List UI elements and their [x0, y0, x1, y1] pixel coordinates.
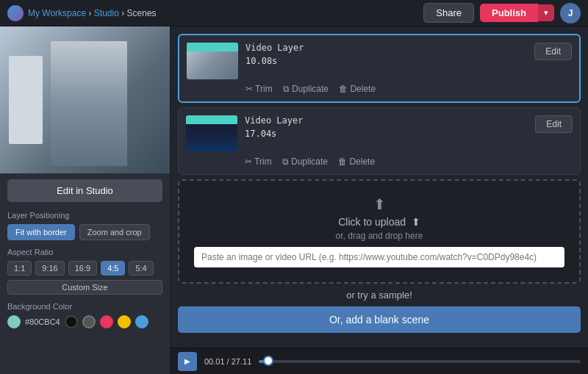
ar-4-5[interactable]: 4:5	[101, 261, 125, 276]
layer-positioning-buttons: Fit with border Zoom and crop	[0, 223, 170, 245]
workspace-logo	[7, 5, 24, 21]
breadcrumb-sep1: ›	[88, 8, 93, 18]
background-color-label: Background Color	[0, 299, 170, 314]
upload-text: Click to upload ⬆	[194, 216, 564, 228]
video-duration-1: 10.08s	[245, 56, 527, 66]
bg-color-row: #80CBC4	[0, 314, 170, 330]
card-info-1: Video Layer 10.08s	[245, 43, 527, 66]
color-red[interactable]	[100, 315, 113, 328]
right-panel: Video Layer 10.08s Edit ✂ Trim ⧉ Duplica…	[171, 26, 588, 374]
duplicate-action-2[interactable]: ⧉ Duplicate	[282, 157, 328, 167]
topbar-right: Share Publish ▾ J	[423, 3, 581, 24]
card-top-1: Video Layer 10.08s Edit	[187, 43, 572, 79]
delete-action-1[interactable]: 🗑 Delete	[339, 84, 376, 94]
ar-16-9[interactable]: 16:9	[68, 261, 97, 276]
breadcrumb: My Workspace › Studio › Scenes	[28, 8, 157, 18]
video-title-1: Video Layer	[245, 43, 527, 53]
url-input[interactable]	[194, 247, 564, 267]
trim-action-2[interactable]: ✂ Trim	[245, 157, 272, 167]
timeline-track[interactable]	[259, 360, 581, 363]
aspect-ratio-label: Aspect Ratio	[0, 245, 170, 259]
card-top-2: Video Layer 17.04s Edit	[186, 115, 573, 152]
breadcrumb-studio[interactable]: Studio	[94, 8, 119, 18]
ar-5-4[interactable]: 5:4	[129, 261, 153, 276]
card-actions-2: ✂ Trim ⧉ Duplicate 🗑 Delete	[186, 157, 573, 167]
trim-action-1[interactable]: ✂ Trim	[245, 84, 273, 94]
total-time: 27.11	[232, 357, 252, 366]
video-duration-2: 17.04s	[245, 129, 528, 139]
play-button[interactable]: ▶	[178, 352, 197, 371]
publish-button[interactable]: Publish	[480, 4, 538, 22]
zoom-and-crop-button[interactable]: Zoom and crop	[79, 224, 150, 240]
delete-action-2[interactable]: 🗑 Delete	[338, 157, 375, 167]
preview-image	[0, 26, 170, 173]
ar-1-1[interactable]: 1:1	[7, 261, 32, 276]
topbar: My Workspace › Studio › Scenes Share Pub…	[0, 0, 588, 26]
topbar-left: My Workspace › Studio › Scenes	[7, 5, 157, 21]
upload-icon: ⬆	[194, 195, 564, 213]
timeline-bar: ▶ 00.01 / 27.11	[171, 348, 588, 374]
add-blank-scene-button[interactable]: Or, add a blank scene	[178, 306, 581, 333]
edit-in-studio-button[interactable]: Edit in Studio	[7, 179, 162, 202]
video-title-2: Video Layer	[245, 115, 528, 126]
breadcrumb-scenes: Scenes	[127, 8, 157, 18]
color-teal[interactable]	[7, 315, 21, 328]
upload-zone[interactable]: ⬆ Click to upload ⬆ or, drag and drop he…	[178, 179, 581, 284]
card-info-2: Video Layer 17.04s	[245, 115, 528, 139]
color-blue[interactable]	[135, 315, 148, 328]
left-panel: Edit in Studio Layer Positioning Fit wit…	[0, 26, 171, 374]
ar-9-16[interactable]: 9:16	[35, 261, 64, 276]
current-time: 00.01	[204, 357, 225, 366]
color-gray[interactable]	[82, 315, 96, 328]
video-thumb-2	[186, 115, 237, 152]
timeline-thumb[interactable]	[263, 356, 273, 366]
publish-group: Publish ▾	[480, 4, 554, 22]
duplicate-action-1[interactable]: ⧉ Duplicate	[283, 84, 329, 94]
preview-area	[0, 26, 170, 173]
avatar[interactable]: J	[560, 3, 581, 24]
fit-with-border-button[interactable]: Fit with border	[7, 224, 75, 240]
edit-button-1[interactable]: Edit	[534, 43, 572, 60]
edit-button-2[interactable]: Edit	[535, 115, 573, 133]
video-thumb-1	[187, 43, 238, 79]
thumb2-teal	[186, 115, 237, 124]
or-sample-text: or try a sample!	[178, 290, 581, 301]
color-yellow[interactable]	[118, 315, 131, 328]
bg-color-hex: #80CBC4	[25, 317, 60, 326]
color-black[interactable]	[65, 315, 78, 328]
breadcrumb-sep2: ›	[121, 8, 126, 18]
card-actions-1: ✂ Trim ⧉ Duplicate 🗑 Delete	[187, 84, 572, 94]
breadcrumb-workspace[interactable]: My Workspace	[28, 8, 86, 18]
custom-size-button[interactable]: Custom Size	[7, 280, 162, 295]
video-card-1: Video Layer 10.08s Edit ✂ Trim ⧉ Duplica…	[178, 34, 581, 103]
aspect-ratio-row: 1:1 9:16 16:9 4:5 5:4	[0, 259, 170, 280]
publish-dropdown-button[interactable]: ▾	[538, 4, 554, 21]
share-button[interactable]: Share	[423, 3, 474, 23]
click-to-upload-label[interactable]: Click to upload	[338, 216, 406, 228]
drag-drop-text: or, drag and drop here	[194, 231, 564, 241]
layer-positioning-label: Layer Positioning	[0, 208, 170, 223]
time-display: 00.01 / 27.11	[204, 357, 251, 366]
video-card-2: Video Layer 17.04s Edit ✂ Trim ⧉ Duplica…	[178, 107, 581, 175]
main-layout: Edit in Studio Layer Positioning Fit wit…	[0, 26, 588, 374]
thumb1-teal	[187, 43, 238, 51]
